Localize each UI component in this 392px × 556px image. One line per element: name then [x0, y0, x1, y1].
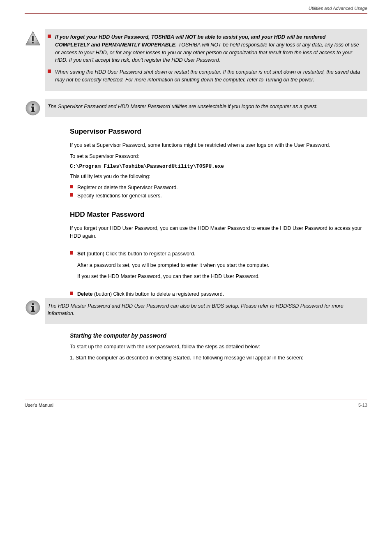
info-callout-hdd: The HDD Master Password and HDD User Pas…	[45, 298, 367, 324]
page-header: Utilities and Advanced Usage	[25, 0, 367, 14]
start-pw-step: 1. Start the computer as described in Ge…	[70, 354, 367, 362]
supervisor-p2: To set a Supervisor Password:	[70, 153, 367, 160]
footer-left: User's Manual	[25, 403, 53, 408]
info-note-text: The Supervisor Password and HDD Master P…	[45, 99, 367, 117]
hdd-delete-item: Delete (button) Click this button to del…	[70, 290, 367, 298]
supervisor-p1: If you set a Supervisor Password, some f…	[70, 141, 367, 149]
info-note-hdd-text: The HDD Master Password and HDD User Pas…	[45, 298, 367, 324]
supervisor-list-item-1: Register or delete the Supervisor Passwo…	[70, 184, 367, 192]
chapter-title: Utilities and Advanced Usage	[25, 6, 367, 11]
bullet-icon	[48, 35, 51, 38]
svg-rect-2	[32, 42, 34, 44]
warning-item-2: When saving the HDD User Password shut d…	[48, 68, 361, 84]
page-footer: User's Manual 5-13	[25, 399, 367, 416]
svg-rect-12	[31, 306, 33, 307]
hdd-set-p3: If you set the HDD Master Password, you …	[77, 273, 367, 280]
heading-hdd-master: HDD Master Password	[70, 211, 367, 219]
bullet-icon	[70, 185, 73, 188]
bullet-icon	[70, 193, 73, 197]
svg-rect-6	[31, 111, 35, 112]
warning-icon	[21, 29, 45, 91]
info-icon	[21, 99, 45, 117]
warning-item-1: If you forget your HDD User Password, TO…	[48, 33, 361, 64]
hdd-set-p2: After a password is set, you will be pro…	[77, 262, 367, 269]
link-getting-started[interactable]: Getting Started	[155, 355, 190, 361]
supervisor-p3: This utility lets you do the following:	[70, 173, 367, 181]
supervisor-list-item-2: Specify restrictions for general users.	[70, 192, 367, 200]
svg-point-4	[32, 104, 34, 106]
warning-callout: If you forget your HDD User Password, TO…	[45, 29, 367, 91]
svg-rect-7	[31, 107, 33, 107]
link-turning-on-power[interactable]: Turning on the power	[265, 77, 313, 83]
bullet-icon	[48, 70, 51, 73]
link-hdd-ssd-password[interactable]: HDD/SSD Password	[276, 303, 323, 309]
heading-supervisor-password: Supervisor Password	[70, 127, 367, 136]
footer-page-number: 5-13	[358, 403, 367, 408]
hdd-master-p1: If you forget your HDD User Password, yo…	[70, 225, 367, 240]
start-pw-p1: To start up the computer with the user p…	[70, 343, 367, 351]
supervisor-path: C:\Program Files\Toshiba\PasswordUtility…	[70, 164, 367, 169]
hdd-set-item: Set (button) Click this button to regist…	[70, 250, 367, 258]
svg-rect-1	[32, 36, 34, 41]
info-icon	[21, 298, 45, 324]
svg-point-9	[32, 303, 34, 305]
svg-rect-11	[31, 310, 35, 311]
heading-start-password: Starting the computer by password	[70, 332, 367, 339]
bullet-icon	[70, 251, 73, 255]
bullet-icon	[70, 292, 73, 295]
info-callout: The Supervisor Password and HDD Master P…	[45, 99, 367, 117]
